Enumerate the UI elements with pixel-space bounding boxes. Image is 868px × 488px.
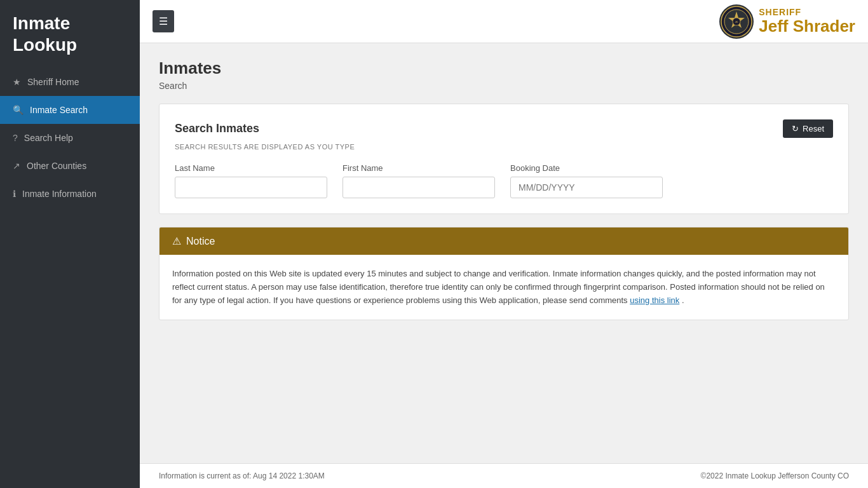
search-card-title: Search Inmates (175, 122, 259, 135)
reset-label: Reset (803, 124, 824, 133)
external-link-icon: ↗ (13, 161, 20, 171)
notice-body: Information posted on this Web site is u… (159, 255, 848, 320)
first-name-group: First Name (342, 163, 495, 198)
sheriff-prefix: SHERIFF (759, 8, 855, 17)
search-subtitle: SEARCH RESULTS ARE DISPLAYED AS YOU TYPE (175, 143, 833, 151)
warning-icon: ⚠ (172, 235, 181, 247)
notice-title: Notice (186, 236, 215, 247)
notice-card: ⚠ Notice Information posted on this Web … (159, 227, 849, 320)
star-icon: ★ (13, 77, 21, 87)
sidebar-item-search-help[interactable]: ? Search Help (0, 124, 140, 152)
page-content: Inmates Search Search Inmates ↻ Reset SE… (140, 43, 868, 463)
search-form-row: Last Name First Name Booking Date (175, 163, 833, 198)
sheriff-badge: JC (719, 4, 754, 39)
sidebar-item-label: Other Counties (27, 161, 86, 171)
footer-timestamp: Information is current as of: Aug 14 202… (159, 471, 325, 480)
page-title: Inmates (159, 58, 849, 78)
search-icon: 🔍 (13, 105, 24, 115)
first-name-label: First Name (342, 163, 495, 173)
sidebar-nav: ★ Sheriff Home 🔍 Inmate Search ? Search … (0, 68, 140, 488)
main-content: ☰ JC SHERIFF Jeff Shra (140, 0, 868, 488)
search-card-header: Search Inmates ↻ Reset (175, 119, 833, 138)
sidebar-item-label: Sheriff Home (27, 77, 79, 87)
last-name-group: Last Name (175, 163, 327, 198)
topbar-right: JC SHERIFF Jeff Shrader (719, 4, 855, 39)
hamburger-icon: ☰ (159, 16, 168, 27)
footer: Information is current as of: Aug 14 202… (140, 463, 868, 488)
menu-button[interactable]: ☰ (153, 10, 174, 32)
notice-link[interactable]: using this link (630, 295, 679, 305)
svg-text:JC: JC (735, 20, 738, 24)
booking-date-input[interactable] (510, 177, 663, 198)
info-icon: ℹ (13, 189, 16, 199)
sidebar-item-sheriff-home[interactable]: ★ Sheriff Home (0, 68, 140, 96)
sidebar: Inmate Lookup ★ Sheriff Home 🔍 Inmate Se… (0, 0, 140, 488)
first-name-input[interactable] (342, 177, 495, 198)
footer-copyright: ©2022 Inmate Lookup Jefferson County CO (701, 471, 849, 480)
sidebar-item-label: Search Help (24, 133, 73, 143)
sidebar-title: Inmate Lookup (0, 0, 140, 68)
booking-date-group: Booking Date (510, 163, 663, 198)
reset-button[interactable]: ↻ Reset (783, 119, 833, 138)
booking-date-label: Booking Date (510, 163, 663, 173)
notice-header: ⚠ Notice (159, 227, 848, 255)
breadcrumb: Search (159, 81, 849, 91)
topbar: ☰ JC SHERIFF Jeff Shra (140, 0, 868, 43)
sheriff-name-block: SHERIFF Jeff Shrader (759, 8, 855, 36)
topbar-left: ☰ (153, 10, 174, 32)
sidebar-item-label: Inmate Information (22, 189, 97, 199)
badge-svg: JC (721, 6, 752, 37)
last-name-input[interactable] (175, 177, 327, 198)
notice-text: Information posted on this Web site is u… (172, 269, 825, 305)
refresh-icon: ↻ (792, 124, 799, 133)
notice-text-end: . (682, 295, 684, 305)
sidebar-item-other-counties[interactable]: ↗ Other Counties (0, 152, 140, 180)
last-name-label: Last Name (175, 163, 327, 173)
help-icon: ? (13, 133, 18, 143)
sheriff-fullname: Jeff Shrader (759, 17, 855, 36)
search-card: Search Inmates ↻ Reset SEARCH RESULTS AR… (159, 104, 849, 214)
sidebar-item-inmate-search[interactable]: 🔍 Inmate Search (0, 96, 140, 124)
sidebar-item-inmate-information[interactable]: ℹ Inmate Information (0, 180, 140, 208)
sidebar-item-label: Inmate Search (30, 105, 88, 115)
